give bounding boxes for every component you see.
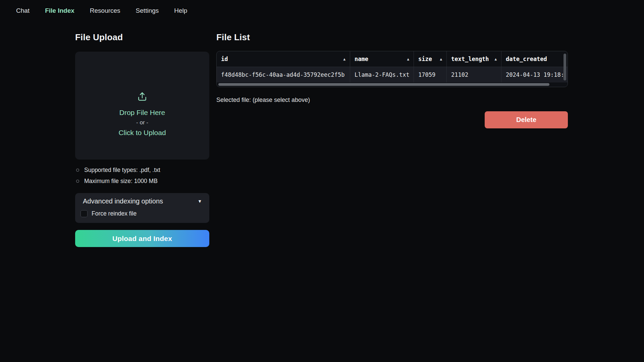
selected-file-status: Selected file: (please select above) [216, 97, 310, 104]
file-table-header: id ▲ name ▲ size ▲ text_length ▲ date_cr… [217, 51, 568, 67]
tab-resources[interactable]: Resources [90, 7, 120, 14]
force-reindex-label: Force reindex file [92, 210, 137, 217]
force-reindex-checkbox[interactable] [80, 210, 88, 217]
tab-file-index[interactable]: File Index [45, 7, 74, 14]
cell-date-created[interactable]: 2024-04-13 19:18: [501, 67, 568, 82]
dropzone-content: Drop File Here - or - Click to Upload [118, 91, 166, 138]
horizontal-scrollbar[interactable] [218, 83, 549, 86]
column-label-size: size [418, 56, 432, 62]
column-label-text-length: text_length [451, 56, 489, 62]
accordion-header[interactable]: Advanced indexing options ▼ [83, 197, 202, 205]
dropzone-or-label: - or - [136, 118, 148, 127]
column-header-text-length[interactable]: text_length ▲ [447, 51, 501, 67]
tab-help[interactable]: Help [174, 7, 187, 14]
tab-settings[interactable]: Settings [136, 7, 159, 14]
file-list-title: File List [216, 32, 250, 43]
file-dropzone[interactable]: Drop File Here - or - Click to Upload [75, 52, 209, 160]
upload-notes-list: Supported file types: .pdf, .txt Maximum… [76, 167, 160, 189]
sort-asc-icon[interactable]: ▲ [494, 57, 497, 61]
cell-id[interactable]: f48d48bc-f56c-40aa-ad4d-35792eec2f5b [217, 67, 350, 82]
column-label-name: name [355, 56, 368, 62]
column-label-id: id [221, 56, 228, 62]
file-table: id ▲ name ▲ size ▲ text_length ▲ date_cr… [216, 51, 568, 87]
chevron-down-icon[interactable]: ▼ [198, 199, 202, 204]
click-to-upload-link[interactable]: Click to Upload [118, 127, 166, 138]
cell-text-length[interactable]: 21102 [447, 67, 501, 82]
table-row[interactable]: f48d48bc-f56c-40aa-ad4d-35792eec2f5b Lla… [217, 67, 568, 82]
sort-asc-icon[interactable]: ▲ [407, 57, 409, 61]
column-label-date-created: date_created [506, 56, 547, 62]
sort-asc-icon[interactable]: ▲ [440, 57, 442, 61]
column-header-size[interactable]: size ▲ [414, 51, 447, 67]
tab-chat[interactable]: Chat [16, 7, 30, 14]
accordion-title: Advanced indexing options [83, 197, 163, 205]
column-header-date-created[interactable]: date_created [501, 51, 568, 67]
dropzone-drop-label: Drop File Here [119, 108, 165, 118]
upload-icon [137, 91, 148, 102]
cell-size[interactable]: 17059 [414, 67, 447, 82]
force-reindex-row[interactable]: Force reindex file [80, 210, 137, 217]
upload-and-index-button[interactable]: Upload and Index [75, 230, 209, 247]
note-supported-types: Supported file types: .pdf, .txt [76, 167, 160, 173]
column-header-id[interactable]: id ▲ [217, 51, 350, 67]
file-upload-title: File Upload [75, 32, 123, 43]
delete-button[interactable]: Delete [485, 111, 568, 128]
sort-asc-icon[interactable]: ▲ [343, 57, 345, 61]
vertical-scrollbar[interactable] [564, 54, 566, 80]
column-header-name[interactable]: name ▲ [350, 51, 414, 67]
note-max-size: Maximum file size: 1000 MB [76, 178, 160, 184]
cell-name[interactable]: Llama-2-FAQs.txt [350, 67, 414, 82]
advanced-options-accordion: Advanced indexing options ▼ Force reinde… [75, 193, 209, 223]
top-nav: Chat File Index Resources Settings Help [16, 0, 187, 21]
